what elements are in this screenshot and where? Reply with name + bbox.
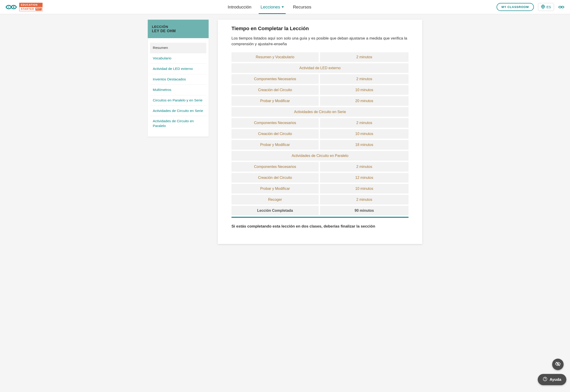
main-nav: Introducción Lecciones Recursos	[228, 0, 311, 14]
table-cell-time: 10 minutos	[320, 184, 408, 195]
nav-lessons-label: Lecciones	[260, 5, 280, 10]
table-cell-time: 2 minutos	[320, 195, 408, 206]
page-body: LECCIÓN LEY DE OHM ResumenVocabularioAct…	[141, 14, 429, 258]
time-table: Resumen y Vocabulario2 minutosActividad …	[231, 52, 408, 218]
table-row: Probar y Modificar20 minutos	[231, 96, 408, 107]
table-cell-time: 20 minutos	[320, 96, 408, 107]
table-cell-time: 2 minutos	[320, 74, 408, 85]
table-row: Actividades de Circuito en Paralelo	[231, 151, 408, 162]
table-cell-label: Componentes Necesarios	[231, 74, 320, 85]
infinity-icon[interactable]	[558, 5, 565, 9]
content-intro: Los tiempos listados aquí son solo una g…	[231, 36, 408, 47]
sidebar-item[interactable]: Resumen	[150, 43, 206, 53]
table-cell-label: Lección Completada	[231, 206, 320, 217]
sidebar-title: LEY DE OHM	[152, 29, 205, 33]
sidebar-item[interactable]: Vocabulario	[150, 53, 206, 64]
table-cell-label: Probar y Modificar	[231, 140, 320, 151]
sidebar-item[interactable]: Actividades de Circuito en Serie	[150, 106, 206, 116]
table-section-label: Actividad de LED externo	[231, 63, 408, 74]
table-cell-label: Resumen y Vocabulario	[231, 52, 320, 63]
sidebar-item[interactable]: Circuitos en Paralelo y en Serie	[150, 95, 206, 106]
table-cell-time: 10 minutos	[320, 129, 408, 140]
nav-resources-label: Recursos	[293, 5, 311, 10]
table-cell-time: 10 minutos	[320, 85, 408, 96]
nav-resources[interactable]: Recursos	[293, 0, 311, 14]
table-cell-label: Recoger	[231, 195, 320, 206]
table-cell-time: 90 minutos	[320, 206, 408, 217]
table-row: Actividades de Circuito en Serie	[231, 107, 408, 118]
sidebar-item[interactable]: Multímetros	[150, 85, 206, 95]
chevron-down-icon	[282, 6, 284, 8]
table-cell-time: 2 minutos	[320, 52, 408, 63]
edu-badge-starter: STARTER	[21, 8, 34, 10]
table-row: Probar y Modificar18 minutos	[231, 140, 408, 151]
education-badge: EDUCATION STARTER KIT	[19, 3, 43, 11]
content-bottom-note: Si estás completando esta lección en dos…	[231, 224, 408, 229]
language-selector[interactable]: ES	[538, 3, 554, 11]
content-heading: Tiempo en Completar la Lección	[231, 26, 408, 31]
topbar: EDUCATION STARTER KIT Introducción Lecci…	[0, 0, 570, 14]
sidebar-item[interactable]: Inventos Destacados	[150, 74, 206, 85]
table-row: Resumen y Vocabulario2 minutos	[231, 52, 408, 63]
table-cell-label: Creación del Circuito	[231, 173, 320, 184]
sidebar-item[interactable]: Actividad de LED externo	[150, 64, 206, 74]
edu-badge-top: EDUCATION	[19, 3, 43, 7]
table-row: Componentes Necesarios2 minutos	[231, 118, 408, 129]
globe-icon	[541, 5, 545, 9]
sidebar-item[interactable]: Actividades de Circuito en Paralelo	[150, 116, 206, 131]
table-cell-time: 2 minutos	[320, 118, 408, 129]
table-row: Componentes Necesarios2 minutos	[231, 74, 408, 85]
table-cell-label: Componentes Necesarios	[231, 118, 320, 129]
table-row: Creación del Circuito10 minutos	[231, 85, 408, 96]
table-cell-label: Creación del Circuito	[231, 85, 320, 96]
table-row: Creación del Circuito10 minutos	[231, 129, 408, 140]
table-row: Actividad de LED externo	[231, 63, 408, 74]
table-cell-label: Probar y Modificar	[231, 184, 320, 195]
edu-badge-kit: KIT	[35, 8, 42, 11]
table-section-label: Actividades de Circuito en Serie	[231, 107, 408, 118]
table-section-label: Actividades de Circuito en Paralelo	[231, 151, 408, 162]
table-cell-label: Componentes Necesarios	[231, 162, 320, 173]
my-classroom-button[interactable]: MY CLASSROOM	[496, 3, 534, 11]
sidebar-label: LECCIÓN	[152, 25, 205, 28]
table-cell-time: 12 minutos	[320, 173, 408, 184]
sidebar: LECCIÓN LEY DE OHM ResumenVocabularioAct…	[148, 20, 209, 137]
arduino-logo-icon	[5, 4, 17, 11]
table-cell-label: Creación del Circuito	[231, 129, 320, 140]
sidebar-list: ResumenVocabularioActividad de LED exter…	[148, 38, 209, 137]
sidebar-header: LECCIÓN LEY DE OHM	[148, 20, 209, 38]
nav-intro[interactable]: Introducción	[228, 0, 252, 14]
table-cell-time: 2 minutos	[320, 162, 408, 173]
nav-lessons[interactable]: Lecciones	[260, 0, 284, 14]
logo-group[interactable]: EDUCATION STARTER KIT	[5, 3, 43, 11]
table-row: Componentes Necesarios2 minutos	[231, 162, 408, 173]
table-row: Lección Completada90 minutos	[231, 206, 408, 217]
table-cell-time: 18 minutos	[320, 140, 408, 151]
language-label: ES	[546, 5, 551, 9]
nav-intro-label: Introducción	[228, 5, 252, 10]
table-row: Creación del Circuito12 minutos	[231, 173, 408, 184]
right-controls: MY CLASSROOM ES	[496, 3, 565, 11]
table-row: Probar y Modificar10 minutos	[231, 184, 408, 195]
table-cell-label: Probar y Modificar	[231, 96, 320, 107]
table-row: Recoger2 minutos	[231, 195, 408, 206]
content: Tiempo en Completar la Lección Los tiemp…	[218, 20, 422, 244]
